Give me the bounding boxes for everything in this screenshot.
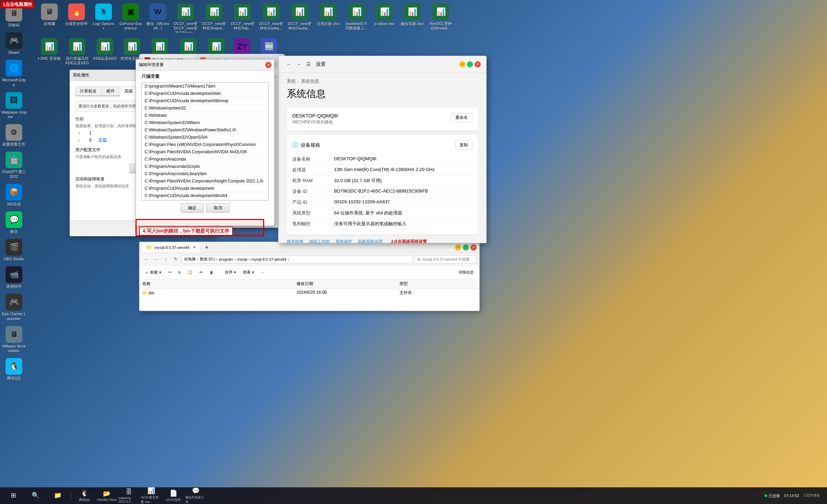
settings-close-button[interactable]: ✕: [475, 61, 481, 67]
fe-tab-close[interactable]: ✕: [193, 245, 196, 249]
taskbar-item-search[interactable]: 🔍: [25, 488, 46, 503]
fe-min-button[interactable]: ─: [455, 244, 461, 251]
fe-tab[interactable]: 📁 mysql-8.0.37-winx64 ✕: [142, 243, 200, 252]
env-path-item-4[interactable]: C:\Windows: [142, 112, 268, 119]
settings-max-button[interactable]: □: [467, 61, 473, 67]
env-path-item-13[interactable]: C:\Program Files\NVIDIA Corporation\Nsig…: [142, 178, 268, 185]
env-vars-close-button[interactable]: ✕: [265, 62, 271, 68]
env-path-item-14[interactable]: C:\Program\CUDA\cuda development: [142, 185, 268, 192]
tab-hardware[interactable]: 硬件: [102, 87, 119, 96]
icon-kde[interactable]: 📊 KDE以及KED: [92, 36, 118, 67]
env-path-item-0[interactable]: D:\program\VMware17\VMware17\bin\: [142, 83, 268, 90]
fe-up-button[interactable]: ↑: [162, 255, 170, 263]
env-path-item-6[interactable]: C:\Windows\System32\WindowsPowerShell\v1…: [142, 127, 268, 134]
taskbar-item-start[interactable]: ⊞: [3, 488, 24, 503]
link-sysprotect[interactable]: 系统保护: [335, 239, 352, 243]
fe-cut-button[interactable]: ✂: [165, 269, 174, 276]
taskbar-item-filezilla[interactable]: 📂 FileZilla Client: [96, 488, 117, 503]
fe-paste-button[interactable]: 📋: [185, 269, 195, 276]
fe-delete-button[interactable]: 🗑: [207, 269, 216, 276]
icon-tsne[interactable]: 📊 t-SNE 变实验: [36, 36, 63, 67]
fe-view-button[interactable]: 查看 ▾: [240, 268, 257, 276]
taskbar-item-dccf[interactable]: 📄 DCCF变种: [163, 488, 184, 503]
sidebar-item-pc[interactable]: 🖥 回收站: [0, 3, 28, 30]
icon-logi[interactable]: 🖱 Logi Options+: [90, 1, 117, 35]
env-path-item-15[interactable]: C:\Program\CUDA\cuda development\lib\x64: [142, 192, 268, 200]
sidebar-item-wechat[interactable]: 💬 微信: [0, 209, 28, 236]
fe-max-button[interactable]: □: [463, 244, 469, 251]
taskbar-item-excel[interactable]: 📊 HCDI 数文变量 xlsx: [141, 488, 162, 503]
icon-word[interactable]: W 微信（Microsoft...): [145, 1, 171, 35]
env-path-item-5[interactable]: C:\Windows\System32\Wbem: [142, 119, 268, 127]
icon-pc-top[interactable]: 🖥 此电脑: [36, 1, 63, 35]
icon-dccf1[interactable]: 📊 DCCF_new变 DCCF_new变种在Movie...: [172, 1, 200, 35]
fe-breadcrumb[interactable]: 此电脑 › 数据 (D:) › program › mysql › mysql-…: [181, 255, 413, 263]
env-ok-button[interactable]: 确定: [181, 203, 204, 213]
link-advanced-settings[interactable]: 高级系统设置: [358, 239, 383, 243]
sidebar-item-epicgames[interactable]: 🎮 Epic Games Launcher: [0, 292, 28, 323]
env-path-item-2[interactable]: C:\Program\CUDA\cuda development\libnvvp: [142, 97, 268, 105]
sidebar-item-vmware[interactable]: 🖥 VMware Workstation: [0, 324, 28, 355]
perf-link[interactable]: 常规: [98, 137, 107, 143]
env-path-item-12[interactable]: C:\Program\Anaconda\Library\bin: [142, 170, 268, 178]
fe-details-button[interactable]: 详细信息: [456, 268, 477, 276]
icon-baseline[interactable]: 📊 baseline在不同数据集上...: [343, 1, 371, 35]
link-domain[interactable]: 域或工作组: [309, 239, 330, 243]
icon-flow[interactable]: 📊 流行度偏见对 KDE以及KED: [63, 36, 91, 67]
fe-add-tab-button[interactable]: +: [203, 243, 211, 252]
env-path-item-10[interactable]: C:\Program\Anaconda: [142, 156, 268, 163]
tab-advanced[interactable]: 高级: [120, 87, 137, 96]
env-path-list[interactable]: D:\program\VMware17\VMware17\bin\C:\Prog…: [141, 82, 269, 201]
icon-huojian[interactable]: 🔥 火绒安全软件: [63, 1, 90, 35]
fe-sort-button[interactable]: 排序 ▾: [222, 268, 239, 276]
icon-dccf5[interactable]: 📊 DCCF_new变种在Douba...: [286, 1, 314, 35]
env-path-item-7[interactable]: C:\Windows\System32\OpenSSH\: [142, 134, 268, 141]
fe-refresh-button[interactable]: ↻: [171, 255, 180, 263]
fe-more-button[interactable]: ···: [258, 269, 267, 276]
settings-forward-button[interactable]: →: [294, 59, 303, 69]
icon-geforce[interactable]: ▣ GeForce Experience: [117, 1, 144, 35]
fe-search-input[interactable]: [414, 255, 477, 263]
settings-back-button[interactable]: ←: [284, 59, 294, 69]
icon-dccf4[interactable]: 📊 DCCF_new变种在Douba...: [257, 1, 285, 35]
sidebar-item-obs[interactable]: 🎬 OBS Studio: [0, 237, 28, 263]
env-path-item-9[interactable]: C:\Program Files\NVIDIA Corporation\NVID…: [142, 148, 268, 156]
copy-specs-button[interactable]: 复制: [455, 140, 472, 150]
spec-row-1: 处理器13th Gen Intel(R) Core(TM) i9-13900HX…: [292, 165, 472, 176]
sidebar-item-360[interactable]: 📦 360压缩: [0, 182, 28, 209]
sidebar-item-wallpaper[interactable]: 🖼 Wallpaper Engine：...: [0, 90, 28, 121]
icon-recdcl[interactable]: 📊 RecDCL变种在Moviele...: [427, 1, 455, 35]
settings-min-button[interactable]: ─: [459, 61, 465, 67]
sidebar-item-chatgpt[interactable]: 🤖 ChatGPT 图三 2022: [0, 149, 28, 181]
icon-summary[interactable]: 📊 总览比较.xlsx: [314, 1, 342, 35]
env-path-item-1[interactable]: C:\Program\CUDA\cuda development\bin: [142, 90, 268, 97]
taskbar-item-qq[interactable]: 🐧 腾讯QQ: [74, 488, 95, 503]
sidebar-item-settings[interactable]: ⚙ 容量密匮乏性: [0, 122, 28, 149]
env-cancel-button[interactable]: 取消: [206, 203, 229, 213]
icon-pvalue[interactable]: 📊 p-value.xlsx: [371, 1, 398, 35]
fe-row-bin[interactable]: 📁 bin 2024/6/20 16:08 文件夹: [139, 288, 479, 298]
settings-menu-button[interactable]: ☰: [303, 59, 313, 69]
sidebar-item-steam[interactable]: 🎮 Steam: [0, 30, 28, 57]
taskbar-item-dg[interactable]: 🗄 DataGrip 2023.3.4: [119, 488, 139, 503]
fe-new-button[interactable]: ＋ 新建 ▾: [142, 268, 164, 276]
taskbar-item-dev[interactable]: 💬 微信开发者工具: [185, 488, 206, 503]
fe-copy-button[interactable]: ⎘: [176, 269, 184, 276]
env-path-item-16[interactable]: C:\Program\CUDA\cuda development\bin: [142, 200, 268, 201]
env-path-item-8[interactable]: C:\Program Files (x86)\NVIDIA Corporatio…: [142, 141, 268, 148]
tab-computername[interactable]: 计算机名: [75, 87, 101, 96]
taskbar-item-files[interactable]: 📁: [47, 488, 68, 503]
env-path-item-11[interactable]: C:\Program\Anaconda\Scripts: [142, 163, 268, 170]
fe-rename-button[interactable]: ✏: [197, 269, 205, 276]
icon-dccf2[interactable]: 📊 DCCF_new变种在Amazo...: [200, 1, 228, 35]
icon-ronghe[interactable]: 📊 融合实验.xlsx: [398, 1, 426, 35]
sidebar-item-edge[interactable]: 🌐 Microsoft Edge: [0, 58, 28, 89]
fe-close-button[interactable]: ✕: [470, 244, 477, 251]
rename-button[interactable]: 重命名: [451, 113, 472, 122]
sidebar-item-qq[interactable]: 🐧 腾讯QQ: [0, 356, 28, 383]
icon-dccf3[interactable]: 📊 DCCF_new变种在Yelp...: [229, 1, 257, 35]
env-path-item-3[interactable]: C:\Windows\system32: [142, 105, 268, 112]
sidebar-item-obs2[interactable]: 📹 录屏软件: [0, 264, 28, 291]
fe-back-button[interactable]: ←: [142, 255, 151, 263]
fe-forward-button[interactable]: →: [152, 255, 160, 263]
